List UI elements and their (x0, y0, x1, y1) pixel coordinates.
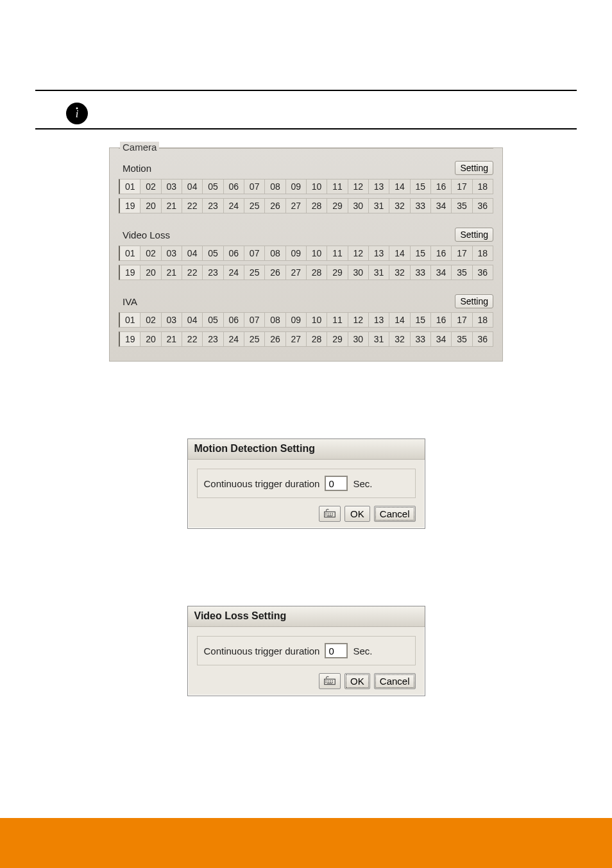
channel-cell[interactable]: 23 (203, 265, 223, 280)
channel-cell[interactable]: 23 (203, 198, 223, 213)
channel-cell[interactable]: 16 (431, 312, 452, 328)
channel-cell[interactable]: 05 (203, 179, 223, 194)
channel-cell[interactable]: 26 (265, 198, 285, 213)
channel-cell[interactable]: 31 (369, 198, 389, 213)
channel-cell[interactable]: 34 (431, 331, 452, 347)
channel-cell[interactable]: 22 (182, 265, 203, 280)
channel-cell[interactable]: 05 (203, 312, 223, 328)
channel-cell[interactable]: 22 (182, 198, 203, 213)
channel-cell[interactable]: 15 (411, 312, 431, 328)
channel-cell[interactable]: 02 (140, 246, 161, 261)
channel-cell[interactable]: 33 (411, 331, 431, 347)
channel-cell[interactable]: 27 (286, 331, 307, 347)
channel-cell[interactable]: 18 (473, 179, 493, 194)
channel-cell[interactable]: 27 (286, 265, 307, 280)
channel-cell[interactable]: 28 (307, 265, 327, 280)
channel-cell[interactable]: 14 (389, 246, 410, 261)
channel-cell[interactable]: 04 (182, 312, 203, 328)
channel-cell[interactable]: 04 (182, 246, 203, 261)
channel-cell[interactable]: 31 (369, 265, 389, 280)
channel-cell[interactable]: 36 (473, 265, 493, 280)
channel-cell[interactable]: 07 (244, 179, 265, 194)
channel-cell[interactable]: 24 (224, 331, 244, 347)
channel-cell[interactable]: 29 (327, 198, 348, 213)
channel-cell[interactable]: 29 (327, 331, 348, 347)
channel-cell[interactable]: 25 (244, 198, 265, 213)
channel-cell[interactable]: 08 (265, 246, 285, 261)
channel-cell[interactable]: 35 (452, 198, 472, 213)
channel-cell[interactable]: 13 (369, 179, 389, 194)
channel-cell[interactable]: 16 (431, 179, 452, 194)
channel-cell[interactable]: 01 (119, 312, 140, 328)
channel-cell[interactable]: 21 (162, 265, 182, 280)
channel-cell[interactable]: 35 (452, 265, 472, 280)
channel-cell[interactable]: 33 (411, 198, 431, 213)
channel-cell[interactable]: 08 (265, 312, 285, 328)
channel-cell[interactable]: 03 (162, 246, 182, 261)
channel-cell[interactable]: 04 (182, 179, 203, 194)
setting-button-iva[interactable]: Setting (455, 294, 493, 308)
channel-cell[interactable]: 33 (411, 265, 431, 280)
channel-cell[interactable]: 14 (389, 312, 410, 328)
channel-cell[interactable]: 20 (140, 198, 161, 213)
channel-cell[interactable]: 21 (162, 198, 182, 213)
channel-cell[interactable]: 12 (348, 179, 369, 194)
channel-cell[interactable]: 23 (203, 331, 223, 347)
channel-cell[interactable]: 14 (389, 179, 410, 194)
channel-cell[interactable]: 02 (140, 179, 161, 194)
channel-cell[interactable]: 31 (369, 331, 389, 347)
channel-cell[interactable]: 17 (452, 312, 472, 328)
channel-cell[interactable]: 12 (348, 246, 369, 261)
channel-cell[interactable]: 20 (140, 265, 161, 280)
channel-cell[interactable]: 29 (327, 265, 348, 280)
channel-cell[interactable]: 20 (140, 331, 161, 347)
channel-cell[interactable]: 03 (162, 179, 182, 194)
channel-cell[interactable]: 10 (307, 179, 327, 194)
channel-cell[interactable]: 13 (369, 246, 389, 261)
channel-cell[interactable]: 34 (431, 198, 452, 213)
channel-cell[interactable]: 11 (327, 312, 348, 328)
channel-cell[interactable]: 02 (140, 312, 161, 328)
channel-cell[interactable]: 36 (473, 198, 493, 213)
channel-cell[interactable]: 10 (307, 312, 327, 328)
channel-cell[interactable]: 08 (265, 179, 285, 194)
channel-cell[interactable]: 16 (431, 246, 452, 261)
setting-button-motion[interactable]: Setting (455, 161, 493, 175)
channel-cell[interactable]: 36 (473, 331, 493, 347)
channel-cell[interactable]: 19 (119, 331, 140, 347)
channel-cell[interactable]: 11 (327, 179, 348, 194)
channel-cell[interactable]: 07 (244, 312, 265, 328)
channel-cell[interactable]: 07 (244, 246, 265, 261)
channel-cell[interactable]: 09 (286, 312, 307, 328)
channel-cell[interactable]: 21 (162, 331, 182, 347)
channel-cell[interactable]: 06 (224, 246, 244, 261)
channel-cell[interactable]: 28 (307, 198, 327, 213)
channel-cell[interactable]: 26 (265, 331, 285, 347)
channel-cell[interactable]: 30 (348, 265, 369, 280)
trigger-duration-input[interactable] (325, 643, 348, 658)
channel-cell[interactable]: 30 (348, 198, 369, 213)
channel-cell[interactable]: 03 (162, 312, 182, 328)
channel-cell[interactable]: 24 (224, 265, 244, 280)
channel-cell[interactable]: 18 (473, 246, 493, 261)
channel-cell[interactable]: 18 (473, 312, 493, 328)
channel-cell[interactable]: 10 (307, 246, 327, 261)
channel-cell[interactable]: 09 (286, 179, 307, 194)
channel-cell[interactable]: 32 (389, 265, 410, 280)
channel-cell[interactable]: 24 (224, 198, 244, 213)
channel-cell[interactable]: 32 (389, 198, 410, 213)
trigger-duration-input[interactable] (325, 476, 348, 491)
channel-cell[interactable]: 13 (369, 312, 389, 328)
channel-cell[interactable]: 26 (265, 265, 285, 280)
ok-button[interactable]: OK (344, 506, 370, 522)
channel-cell[interactable]: 17 (452, 246, 472, 261)
channel-cell[interactable]: 05 (203, 246, 223, 261)
channel-cell[interactable]: 25 (244, 265, 265, 280)
ok-button[interactable]: OK (344, 673, 370, 689)
channel-cell[interactable]: 01 (119, 179, 140, 194)
cancel-button[interactable]: Cancel (374, 673, 416, 689)
channel-cell[interactable]: 32 (389, 331, 410, 347)
setting-button-video-loss[interactable]: Setting (455, 228, 493, 242)
channel-cell[interactable]: 27 (286, 198, 307, 213)
cancel-button[interactable]: Cancel (374, 506, 416, 522)
